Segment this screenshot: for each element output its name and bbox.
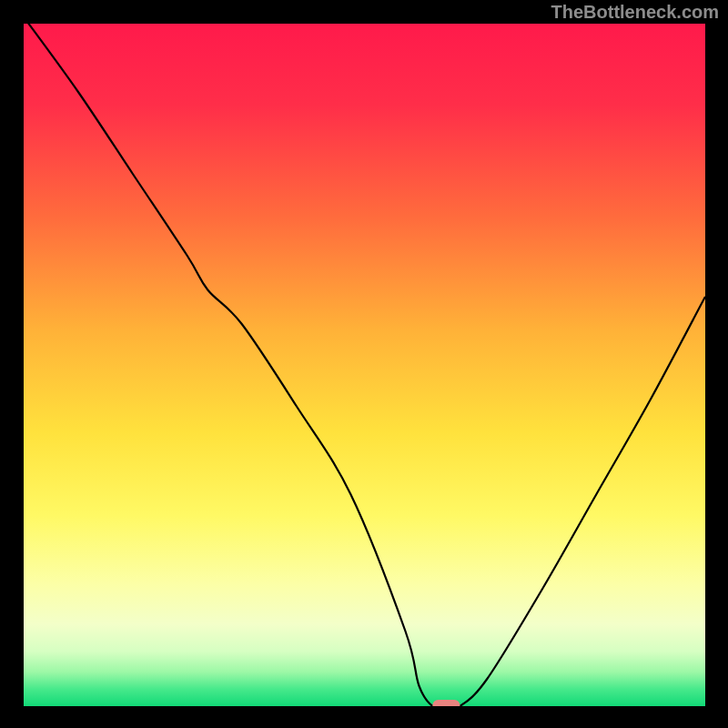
chart-container: TheBottleneck.com — [0, 0, 728, 728]
optimal-marker — [432, 700, 460, 706]
plot-area — [24, 24, 705, 706]
gradient-background — [24, 24, 705, 706]
watermark-text: TheBottleneck.com — [551, 2, 719, 23]
bottleneck-chart — [24, 24, 705, 706]
